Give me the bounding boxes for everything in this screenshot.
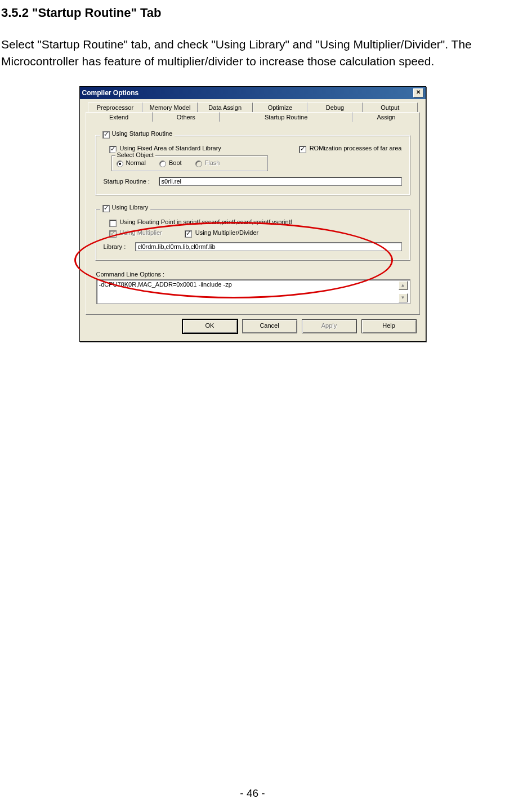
label-radio-normal: Normal	[126, 159, 146, 166]
label-select-object: Select Object	[115, 151, 155, 158]
label-using-library: Using Library	[112, 204, 149, 211]
label-using-multiplier-divider: Using Multiplier/Divider	[195, 229, 258, 236]
textarea-command-line-content: -dCPU78K0R,MAC_ADDR=0x0001 -iinclude -zp	[99, 281, 399, 302]
tab-optimize[interactable]: Optimize	[253, 102, 308, 112]
titlebar: Compiler Options ✕	[80, 87, 426, 99]
label-radio-boot: Boot	[169, 159, 182, 166]
tab-output[interactable]: Output	[363, 102, 418, 112]
cancel-button[interactable]: Cancel	[242, 319, 297, 333]
tab-panel: Using Startup Routine Using Fixed Area o…	[86, 121, 420, 315]
help-button[interactable]: Help	[361, 319, 417, 333]
checkbox-using-startup-routine[interactable]	[102, 131, 110, 139]
checkbox-using-library[interactable]	[102, 205, 110, 212]
label-radio-flash: Flash	[205, 159, 220, 166]
tab-preprocessor[interactable]: Preprocessor	[88, 102, 143, 112]
checkbox-using-multiplier	[109, 230, 117, 238]
input-library[interactable]: cl0rdm.lib,cl0rm.lib,cl0rmf.lib	[135, 242, 402, 251]
page-number: - 46 -	[0, 787, 505, 800]
dialog-title: Compiler Options	[82, 89, 139, 97]
close-button[interactable]: ✕	[413, 88, 423, 97]
scroll-up-button[interactable]: ▲	[399, 281, 408, 290]
label-using-startup-routine: Using Startup Routine	[112, 130, 173, 137]
tab-data-assign[interactable]: Data Assign	[198, 102, 253, 112]
label-romization: ROMization processes of far area	[310, 145, 402, 151]
tab-debug[interactable]: Debug	[307, 102, 363, 112]
section-heading: 3.5.2 "Startup Routine" Tab	[1, 6, 505, 20]
label-fixed-area: Using Fixed Area of Standard Library	[120, 145, 221, 151]
radio-boot[interactable]	[159, 160, 166, 167]
input-startup-routine[interactable]: s0rll.rel	[159, 177, 402, 186]
group-using-startup-routine: Using Startup Routine Using Fixed Area o…	[95, 135, 410, 195]
body-paragraph: Select "Startup Routine" tab, and check …	[1, 36, 505, 70]
checkbox-floating-point[interactable]	[109, 220, 117, 227]
tab-memory-model[interactable]: Memory Model	[142, 102, 198, 112]
tabstrip: Preprocessor Memory Model Data Assign Op…	[86, 102, 420, 315]
label-floating-point: Using Floating Point in sprintf,sscanf,p…	[120, 218, 292, 225]
label-library-field: Library :	[104, 243, 132, 250]
group-using-library: Using Library Using Floating Point in sp…	[95, 209, 410, 261]
checkbox-romization[interactable]	[299, 146, 306, 153]
textarea-command-line[interactable]: -dCPU78K0R,MAC_ADDR=0x0001 -iinclude -zp…	[96, 279, 410, 304]
apply-button: Apply	[302, 319, 357, 333]
label-startup-routine-field: Startup Routine :	[104, 178, 155, 185]
tab-extend[interactable]: Extend	[86, 112, 153, 122]
radio-flash	[195, 160, 202, 167]
ok-button[interactable]: OK	[182, 319, 238, 333]
compiler-options-dialog: Compiler Options ✕ Preprocessor Memory M…	[79, 86, 426, 342]
scroll-down-button[interactable]: ▼	[399, 293, 408, 302]
radio-normal[interactable]	[117, 160, 123, 167]
group-select-object: Select Object Normal Boot	[111, 155, 268, 171]
label-using-multiplier: Using Multiplier	[120, 229, 162, 236]
tab-assign[interactable]: Assign	[352, 112, 419, 122]
label-command-line: Command Line Options :	[96, 271, 410, 278]
tab-others[interactable]: Others	[153, 112, 220, 122]
tab-startup-routine[interactable]: Startup Routine	[220, 112, 352, 122]
checkbox-using-multiplier-divider[interactable]	[185, 230, 192, 238]
